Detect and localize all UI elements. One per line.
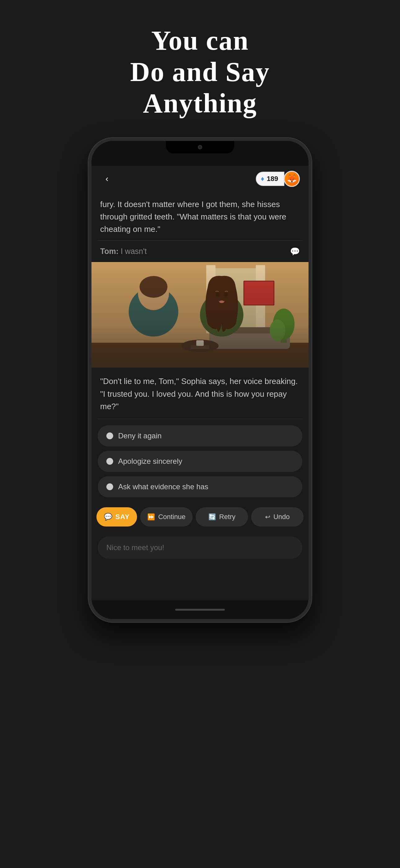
undo-label: Undo xyxy=(273,513,290,521)
gems-badge[interactable]: ♦ 189 xyxy=(256,172,284,186)
choice-dot-evidence xyxy=(106,483,113,490)
choices-area: Deny it again Apologize sincerely Ask wh… xyxy=(92,419,308,502)
page-title: You can Do and Say Anything xyxy=(130,25,270,119)
say-chat-icon: 💬 xyxy=(104,513,112,521)
title-line-1: You can xyxy=(151,26,249,56)
continue-label: Continue xyxy=(158,513,186,521)
choice-deny[interactable]: Deny it again xyxy=(98,425,302,446)
continue-button[interactable]: ⏩ Continue xyxy=(140,507,193,527)
retry-icon: 🔄 xyxy=(208,513,216,521)
narrative-content: "Don't lie to me, Tom," Sophia says, her… xyxy=(100,377,298,411)
retry-button[interactable]: 🔄 Retry xyxy=(196,507,248,527)
choice-evidence[interactable]: Ask what evidence she has xyxy=(98,476,302,497)
phone-notch xyxy=(92,141,308,166)
notch-cutout xyxy=(166,141,234,153)
choice-deny-label: Deny it again xyxy=(118,432,162,440)
scene-overlay xyxy=(92,262,308,368)
scene-image xyxy=(92,262,308,368)
header-right: ♦ 189 🦊 xyxy=(256,171,300,187)
back-button[interactable]: ‹ xyxy=(100,172,114,186)
gems-count: 189 xyxy=(267,175,278,183)
phone-frame: ‹ ♦ 189 🦊 fury. It doesn't matter where … xyxy=(88,138,312,622)
choice-dot-deny xyxy=(106,432,113,439)
undo-icon: ↩ xyxy=(265,513,270,521)
say-button[interactable]: 💬 SAY xyxy=(96,507,137,527)
title-line-2: Do and Say xyxy=(130,57,270,87)
phone-bottom xyxy=(92,600,308,619)
chat-text-content: I wasn't xyxy=(121,247,147,255)
input-placeholder: Nice to meet you! xyxy=(106,543,164,552)
say-label: SAY xyxy=(115,513,130,521)
retry-label: Retry xyxy=(219,513,236,521)
home-indicator xyxy=(175,609,225,611)
input-area[interactable]: Nice to meet you! xyxy=(98,536,302,559)
continue-icon: ⏩ xyxy=(147,513,155,521)
choice-dot-apologize xyxy=(106,458,113,465)
chat-area: 💬 Tom: I wasn't xyxy=(92,241,308,262)
fury-text-content: fury. It doesn't matter where I got them… xyxy=(100,199,286,234)
camera-dot xyxy=(198,145,202,149)
choice-evidence-label: Ask what evidence she has xyxy=(118,483,208,491)
title-line-3: Anything xyxy=(143,88,257,118)
story-fury-text: fury. It doesn't matter where I got them… xyxy=(92,192,308,241)
phone-screen: ‹ ♦ 189 🦊 fury. It doesn't matter where … xyxy=(92,166,308,600)
chat-bubble-icon: 💬 xyxy=(290,247,300,256)
narrative-text: "Don't lie to me, Tom," Sophia says, her… xyxy=(92,368,308,419)
phone-mockup: ‹ ♦ 189 🦊 fury. It doesn't matter where … xyxy=(88,138,312,622)
header-bar: ‹ ♦ 189 🦊 xyxy=(92,166,308,192)
action-bar: 💬 SAY ⏩ Continue 🔄 Retry ↩ Undo xyxy=(92,502,308,531)
choice-apologize-label: Apologize sincerely xyxy=(118,457,182,466)
choice-apologize[interactable]: Apologize sincerely xyxy=(98,451,302,472)
chat-message: Tom: I wasn't xyxy=(100,247,300,256)
undo-button[interactable]: ↩ Undo xyxy=(251,507,304,527)
avatar[interactable]: 🦊 xyxy=(284,171,300,187)
gem-icon: ♦ xyxy=(261,175,264,183)
avatar-icon: 🦊 xyxy=(287,174,297,183)
chat-speaker: Tom: xyxy=(100,247,119,255)
